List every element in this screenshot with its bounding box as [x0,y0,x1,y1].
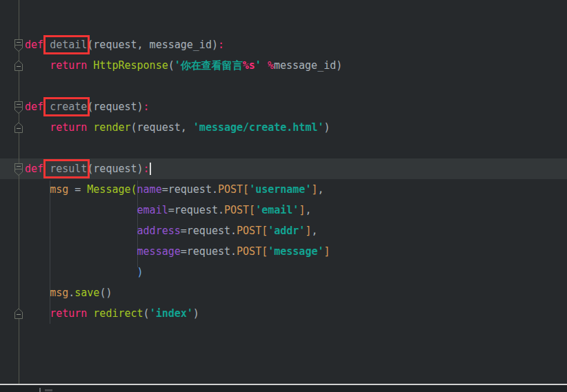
code-token: '你在查看留言 [175,59,243,72]
code-token: msg [50,183,68,196]
code-token: =request. [162,183,218,196]
code-token: message [137,245,181,258]
code-token [87,59,93,72]
code-token [25,287,50,299]
code-token: %s [243,59,255,72]
code-token [25,183,50,196]
code-token: redirect [93,307,143,320]
code-token [25,266,137,278]
code-token [25,121,50,134]
fold-collapse-end-icon[interactable] [14,308,23,320]
code-token [87,121,93,134]
code-line[interactable]: address=request.POST['addr'], [0,220,567,241]
code-line[interactable]: return render(request, 'message/create.h… [0,117,567,138]
code-token: =request. [181,225,237,237]
red-highlight-box-create [43,97,90,116]
code-token: 'email' [255,204,299,216]
code-token: ( [168,59,175,72]
code-token: def [25,163,43,175]
red-highlight-box-detail [43,35,90,54]
code-token: , [311,225,317,237]
code-token: ( [143,307,150,320]
code-token: , [317,183,324,196]
code-token: ) [137,266,143,278]
code-token: def [25,39,43,51]
code-line[interactable]: email=request.POST['email'], [0,200,567,220]
code-token: return [50,121,87,134]
code-line[interactable]: return redirect('index') [0,303,567,324]
code-token: 'message/create.html' [193,121,324,134]
code-token: =request. [181,245,237,258]
code-token: () [99,287,112,299]
code-token [25,307,50,320]
code-token: ' [255,59,261,72]
code-token: ) [324,121,330,134]
code-token: return [50,307,87,320]
code-token [25,204,137,216]
code-token: : [143,101,150,113]
code-line[interactable] [0,138,567,158]
code-token: 'message' [268,245,324,258]
code-token: Message( [87,183,137,196]
code-token: POST[ [237,245,268,258]
code-token: ] [324,245,330,258]
code-token: POST[ [224,204,255,216]
code-token: message_id) [274,59,342,72]
code-token [25,245,137,258]
fold-collapse-start-icon[interactable] [14,39,23,52]
code-token: ) [193,307,199,320]
code-token [25,225,137,237]
code-token: 'addr' [268,225,305,237]
code-token [25,59,50,72]
code-token: POST[ [237,225,268,237]
code-token: 'username' [249,183,311,196]
code-line[interactable]: ) [0,262,567,282]
code-line[interactable]: return HttpResponse('你在查看留言%s' %message_… [0,55,567,76]
code-token: save [74,287,99,299]
fold-collapse-end-icon[interactable] [14,122,23,134]
code-token: (request, message_id) [87,39,218,51]
fold-collapse-end-icon[interactable] [14,60,23,72]
code-line[interactable]: message=request.POST['message'] [0,241,567,262]
code-token: = [68,183,87,196]
fold-collapse-start-icon[interactable] [14,163,23,176]
code-line[interactable] [0,76,567,96]
code-token: : [218,39,224,51]
bottom-panel-edge [0,385,567,392]
code-token: HttpResponse [93,59,168,72]
code-token: % [268,59,274,72]
code-token [87,307,93,320]
code-token: name [137,183,162,196]
code-token: , [305,204,311,216]
code-editor-surface[interactable]: def detail(request, message_id): return … [0,0,567,392]
code-line[interactable]: msg.save() [0,282,567,303]
code-token: (request) [87,163,143,175]
code-token: (request) [87,101,143,113]
code-token: =request. [168,204,224,216]
code-token: msg [50,287,68,299]
code-token: def [25,101,43,113]
code-token: (request, [131,121,193,134]
code-token: render [93,121,130,134]
code-token: : [143,163,150,175]
code-token: return [50,59,87,72]
text-caret [150,163,151,175]
code-line[interactable]: msg = Message(name=request.POST['usernam… [0,179,567,200]
partial-glyph [45,389,52,391]
partial-glyph [39,388,41,392]
red-highlight-box-result [43,159,90,178]
code-lines: def detail(request, message_id): return … [0,34,567,324]
code-token [261,59,268,72]
code-token: POST[ [218,183,249,196]
code-token: 'index' [150,307,193,320]
fold-collapse-start-icon[interactable] [14,101,23,114]
code-token: . [68,287,74,299]
code-token: address [137,225,181,237]
code-token: email [137,204,168,216]
